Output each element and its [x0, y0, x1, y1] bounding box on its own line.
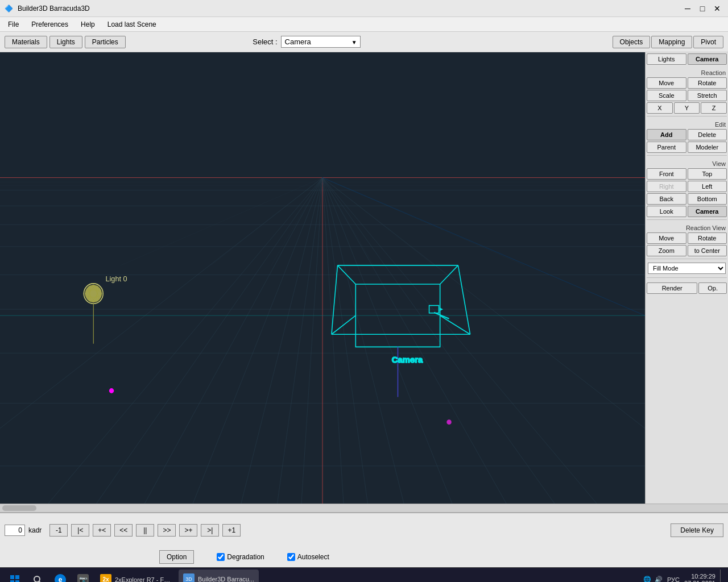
rv-zoom-button[interactable]: Zoom: [647, 245, 686, 256]
volume-icon: 🔊: [655, 576, 663, 582]
minus1-button[interactable]: -1: [49, 524, 68, 537]
window-controls: ─ □ ✕: [681, 2, 723, 15]
menu-load-last-scene[interactable]: Load last Scene: [102, 19, 162, 30]
autoselect-checkbox[interactable]: [287, 553, 295, 561]
select-dropdown-wrapper[interactable]: Camera Object Light: [281, 36, 361, 48]
select-area: Select : Camera Object Light: [253, 36, 360, 48]
kadr-input[interactable]: 0: [5, 525, 25, 536]
bottom-view-button[interactable]: Bottom: [688, 193, 727, 205]
edit-section-label: Edit: [647, 120, 727, 128]
left-view-button[interactable]: Left: [688, 181, 727, 192]
y-axis-button[interactable]: Y: [674, 102, 700, 114]
x-axis-button[interactable]: X: [647, 102, 673, 114]
degradation-label: Degradation: [227, 553, 264, 561]
render-row: Render Op.: [647, 282, 727, 294]
reaction-view-section-label: Reaction View: [647, 223, 727, 231]
rv-move-button[interactable]: Move: [647, 232, 686, 244]
taskbar-icons: 🌐 🔊: [643, 576, 663, 582]
svg-text:Camera: Camera: [392, 355, 423, 364]
stretch-button[interactable]: Stretch: [688, 90, 727, 101]
close-button[interactable]: ✕: [711, 2, 723, 15]
objects-button[interactable]: Objects: [613, 36, 651, 48]
toolbar: Materials Lights Particles Select : Came…: [0, 32, 728, 52]
degradation-checkbox[interactable]: [217, 553, 225, 561]
taskbar-camera[interactable]: 📷: [73, 569, 93, 583]
end-button[interactable]: >|: [201, 524, 219, 537]
front-view-button[interactable]: Front: [647, 168, 686, 180]
pivot-button[interactable]: Pivot: [693, 36, 723, 48]
camera-view-button[interactable]: Camera: [688, 206, 727, 217]
show-desktop-icon[interactable]: [720, 569, 723, 583]
svg-rect-67: [15, 580, 19, 583]
move-button[interactable]: Move: [647, 77, 686, 89]
scale-button[interactable]: Scale: [647, 90, 686, 101]
taskbar: e 📷 2x 2xExplorer R7 - F:\B... 3D Builde…: [0, 567, 728, 582]
svg-rect-66: [10, 580, 14, 583]
menu-preferences[interactable]: Preferences: [26, 19, 74, 30]
top-view-button[interactable]: Top: [688, 168, 727, 180]
lights-tab[interactable]: Lights: [647, 53, 686, 65]
play-button[interactable]: ||: [136, 524, 154, 537]
svg-rect-65: [15, 575, 19, 579]
prev-button[interactable]: <<: [114, 524, 133, 537]
taskbar-lang: РУС: [667, 576, 680, 583]
minimize-button[interactable]: ─: [681, 2, 694, 15]
particles-button[interactable]: Particles: [85, 36, 126, 48]
autoselect-label: Autoselect: [297, 553, 329, 561]
look-view-button[interactable]: Look: [647, 206, 686, 217]
taskbar-browser[interactable]: e: [50, 569, 71, 583]
taskbar-2xexplorer-label: 2xExplorer R7 - F:\B...: [115, 576, 172, 583]
viewport-svg: Light 0: [0, 52, 645, 504]
rotate-button[interactable]: Rotate: [688, 77, 727, 89]
divider-1: [647, 116, 727, 117]
taskbar-builder3d[interactable]: 3D Builder3D Barracu...: [179, 569, 259, 583]
menu-file[interactable]: File: [2, 19, 24, 30]
lights-button[interactable]: Lights: [49, 36, 82, 48]
modeler-button[interactable]: Modeler: [688, 142, 727, 153]
taskbar-2xexplorer[interactable]: 2x 2xExplorer R7 - F:\B...: [96, 569, 176, 583]
menu-help[interactable]: Help: [75, 19, 101, 30]
viewport[interactable]: Light 0: [0, 52, 645, 504]
mapping-button[interactable]: Mapping: [651, 36, 692, 48]
taskbar-right: 🌐 🔊 РУС 10:29:29 07.01.2021: [643, 569, 723, 583]
next-key-button[interactable]: >+: [179, 524, 197, 537]
next-button[interactable]: >>: [158, 524, 176, 537]
option-button[interactable]: Option: [159, 550, 194, 564]
time-display: 10:29:29: [684, 573, 715, 580]
add-button[interactable]: Add: [647, 129, 686, 140]
scroll-thumb[interactable]: [2, 505, 36, 511]
back-view-button[interactable]: Back: [647, 193, 686, 205]
date-display: 07.01.2021: [684, 580, 715, 583]
kadr-label: kadr: [28, 526, 42, 534]
start-button-taskbar[interactable]: [5, 569, 25, 583]
rv-tocenter-button[interactable]: to Center: [688, 245, 727, 256]
camera-tab[interactable]: Camera: [688, 53, 727, 65]
divider-4: [647, 259, 727, 259]
fill-mode-select[interactable]: Fill Mode Wireframe Solid: [648, 263, 726, 274]
right-view-button[interactable]: Right: [647, 181, 686, 192]
svg-text:Light 0: Light 0: [105, 274, 127, 282]
bottom-scrollbar[interactable]: [0, 504, 728, 513]
taskbar-builder3d-label: Builder3D Barracu...: [198, 576, 254, 583]
select-dropdown[interactable]: Camera Object Light: [281, 36, 361, 48]
render-button[interactable]: Render: [647, 282, 697, 294]
rv-rotate-button[interactable]: Rotate: [688, 232, 727, 244]
svg-point-63: [446, 419, 451, 425]
plus1-button[interactable]: +1: [222, 524, 241, 537]
parent-button[interactable]: Parent: [647, 142, 686, 153]
prev-key-button[interactable]: +<: [93, 524, 111, 537]
taskbar-search[interactable]: [27, 569, 48, 583]
materials-button[interactable]: Materials: [5, 36, 47, 48]
view-section-label: View: [647, 159, 727, 167]
op-button[interactable]: Op.: [698, 282, 727, 294]
right-panel: Lights Camera Reaction Move Rotate Scale…: [645, 52, 728, 504]
divider-3: [647, 219, 727, 220]
z-axis-button[interactable]: Z: [701, 102, 727, 114]
start-button[interactable]: |<: [71, 524, 89, 537]
maximize-button[interactable]: □: [696, 2, 709, 15]
app-icon: 🔷: [5, 5, 13, 13]
delete-key-button[interactable]: Delete Key: [671, 523, 723, 537]
delete-button[interactable]: Delete: [688, 129, 727, 140]
title-bar: 🔷 Builder3D Barracuda3D ─ □ ✕: [0, 0, 728, 17]
taskbar-time: 10:29:29 07.01.2021: [684, 573, 715, 583]
